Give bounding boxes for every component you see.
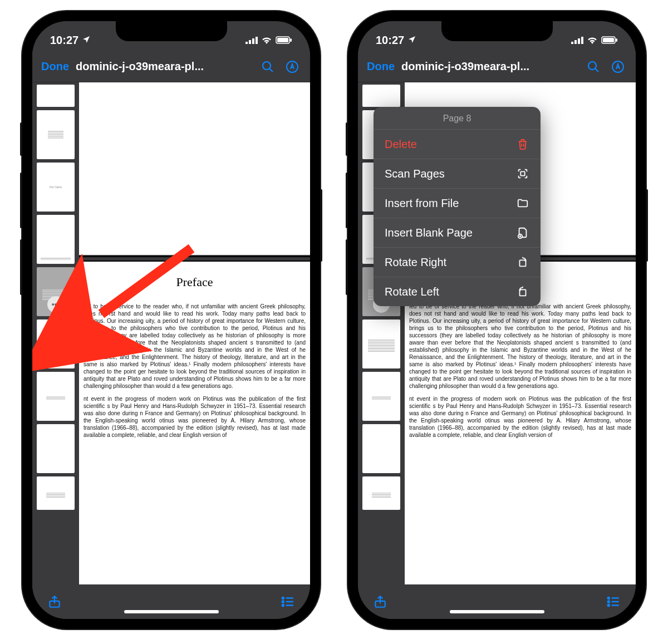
wifi-icon xyxy=(261,34,272,47)
svg-line-26 xyxy=(595,68,598,72)
share-icon[interactable] xyxy=(46,593,63,611)
svg-rect-5 xyxy=(277,38,288,42)
menu-item-label: Rotate Right xyxy=(385,256,446,269)
done-button[interactable]: Done xyxy=(41,60,69,73)
share-icon[interactable] xyxy=(371,593,389,611)
page-thumbnail[interactable] xyxy=(37,476,75,510)
svg-point-25 xyxy=(588,62,596,70)
menu-item-label: Insert from File xyxy=(385,197,459,210)
page-context-menu: Page 8 Delete Scan Pages Insert from Fil… xyxy=(374,107,541,306)
home-indicator[interactable] xyxy=(450,610,544,613)
svg-rect-20 xyxy=(578,38,580,44)
page-thumbnail[interactable] xyxy=(362,319,400,368)
page-thumbnail-selected[interactable]: ••• xyxy=(37,267,75,316)
location-icon xyxy=(82,34,91,47)
page-thumbnail[interactable] xyxy=(362,476,400,510)
markup-icon[interactable] xyxy=(609,58,627,76)
document-main-view[interactable]: Preface led to be of service to the read… xyxy=(79,82,310,584)
svg-rect-0 xyxy=(245,42,248,44)
previous-page[interactable] xyxy=(79,82,310,255)
page-thumbnail[interactable] xyxy=(37,215,75,264)
svg-rect-3 xyxy=(256,37,258,44)
menu-title: Page 8 xyxy=(374,107,541,130)
toolbar-bottom xyxy=(358,584,636,619)
svg-rect-35 xyxy=(520,171,524,175)
search-icon[interactable] xyxy=(259,58,277,76)
menu-item-label: Scan Pages xyxy=(385,168,445,180)
page-thumbnail[interactable] xyxy=(37,110,75,159)
rotate-left-icon xyxy=(516,285,529,298)
clock: 10:27 xyxy=(376,34,404,47)
home-indicator[interactable] xyxy=(124,610,219,613)
list-icon[interactable] xyxy=(605,593,622,611)
folder-icon xyxy=(516,196,529,210)
battery-icon xyxy=(276,34,292,47)
svg-point-7 xyxy=(263,62,271,70)
nav-bar: Done dominic-j-o39meara-pl... xyxy=(32,51,310,82)
svg-rect-1 xyxy=(249,40,251,44)
menu-rotate-left[interactable]: Rotate Left xyxy=(374,277,541,306)
current-page[interactable]: Preface led to be of service to the read… xyxy=(79,262,310,584)
svg-point-15 xyxy=(282,604,284,606)
menu-insert-from-file[interactable]: Insert from File xyxy=(374,189,541,218)
menu-item-label: Delete xyxy=(385,138,417,151)
list-icon[interactable] xyxy=(279,593,297,611)
svg-point-29 xyxy=(608,597,610,599)
battery-icon xyxy=(601,34,618,47)
svg-line-8 xyxy=(269,68,273,72)
menu-rotate-right[interactable]: Rotate Right xyxy=(374,248,541,277)
document-title: dominic-j-o39meara-pl... xyxy=(76,60,252,73)
page-body-text: led to be of service to the reader who, … xyxy=(409,303,631,439)
page-thumbnail[interactable] xyxy=(37,424,75,473)
clock: 10:27 xyxy=(50,34,78,47)
scan-icon xyxy=(516,167,529,180)
done-button[interactable]: Done xyxy=(367,60,395,73)
nav-bar: Done dominic-j-o39meara-pl... xyxy=(358,51,636,82)
phone-right: 10:27 Done xyxy=(348,11,646,629)
svg-point-31 xyxy=(608,601,610,602)
page-thumbnail[interactable] xyxy=(362,424,400,473)
page-body-text: led to be of service to the reader who, … xyxy=(84,303,306,439)
phone-left: 10:27 Done xyxy=(22,11,320,629)
menu-insert-blank-page[interactable]: Insert Blank Page xyxy=(374,218,541,248)
notch xyxy=(441,21,553,41)
svg-rect-6 xyxy=(290,38,292,42)
menu-scan-pages[interactable]: Scan Pages xyxy=(374,159,541,189)
svg-rect-19 xyxy=(574,40,577,44)
document-title: dominic-j-o39meara-pl... xyxy=(401,60,578,73)
search-icon[interactable] xyxy=(584,58,602,76)
page-heading: Preface xyxy=(84,275,306,289)
svg-rect-23 xyxy=(603,38,614,42)
menu-item-label: Rotate Left xyxy=(385,286,439,298)
page-thumbnail[interactable] xyxy=(362,85,400,107)
rotate-right-icon xyxy=(516,255,529,269)
notch xyxy=(116,21,227,41)
menu-delete[interactable]: Delete xyxy=(374,130,541,159)
svg-point-11 xyxy=(282,597,284,599)
svg-rect-21 xyxy=(581,37,583,44)
toolbar-bottom xyxy=(32,584,310,619)
markup-icon[interactable] xyxy=(283,58,301,76)
more-options-icon[interactable]: ••• xyxy=(47,296,64,313)
menu-item-label: Insert Blank Page xyxy=(385,227,473,239)
svg-point-13 xyxy=(282,601,284,602)
current-page[interactable]: Preface led to be of service to the read… xyxy=(405,262,636,584)
page-gap xyxy=(79,256,310,262)
thumbnail-sidebar[interactable]: For Carra ••• xyxy=(32,82,79,584)
wifi-icon xyxy=(587,34,598,47)
svg-rect-18 xyxy=(571,42,573,44)
page-thumbnail[interactable] xyxy=(37,372,75,421)
location-icon xyxy=(407,34,416,47)
page-thumbnail[interactable] xyxy=(362,372,400,421)
blank-page-icon xyxy=(516,226,529,239)
page-thumbnail[interactable] xyxy=(37,85,75,107)
signal-icon xyxy=(571,34,583,47)
svg-rect-24 xyxy=(616,38,617,42)
trash-icon xyxy=(516,137,529,151)
svg-rect-2 xyxy=(252,38,254,44)
page-thumbnail[interactable]: For Carra xyxy=(37,163,75,212)
page-thumbnail[interactable] xyxy=(37,319,75,368)
signal-icon xyxy=(245,34,258,47)
svg-point-33 xyxy=(608,604,610,606)
